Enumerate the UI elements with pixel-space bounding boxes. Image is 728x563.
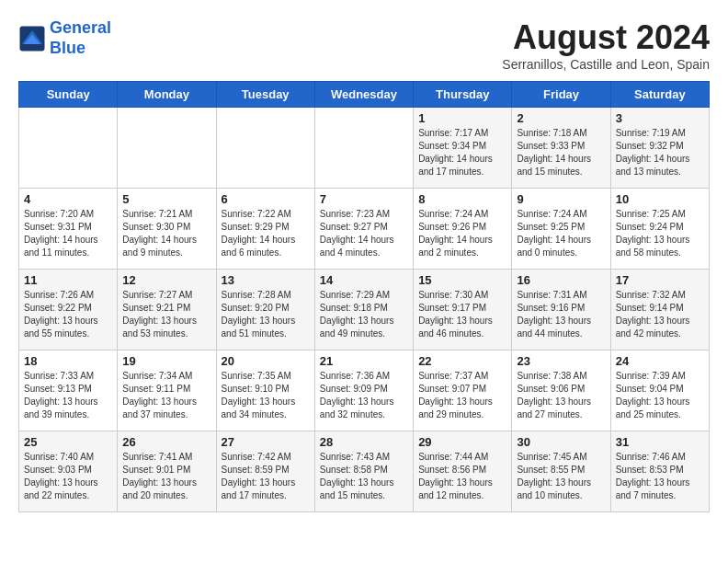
calendar-cell: 25Sunrise: 7:40 AM Sunset: 9:03 PM Dayli… [19, 431, 118, 512]
col-saturday: Saturday [610, 82, 709, 108]
calendar-cell: 11Sunrise: 7:26 AM Sunset: 9:22 PM Dayli… [19, 270, 118, 350]
day-number: 10 [616, 192, 704, 206]
calendar-cell: 6Sunrise: 7:22 AM Sunset: 9:29 PM Daylig… [216, 189, 314, 270]
day-number: 3 [616, 111, 704, 125]
day-info: Sunrise: 7:32 AM Sunset: 9:14 PM Dayligh… [616, 289, 704, 340]
day-number: 25 [24, 435, 112, 449]
calendar-cell: 21Sunrise: 7:36 AM Sunset: 9:09 PM Dayli… [314, 350, 413, 431]
day-info: Sunrise: 7:38 AM Sunset: 9:06 PM Dayligh… [517, 370, 605, 421]
logo-general: General [50, 18, 111, 37]
calendar-cell: 19Sunrise: 7:34 AM Sunset: 9:11 PM Dayli… [118, 350, 216, 431]
calendar-cell: 10Sunrise: 7:25 AM Sunset: 9:24 PM Dayli… [610, 189, 709, 270]
day-number: 5 [122, 192, 210, 206]
calendar-cell [216, 108, 314, 189]
day-number: 8 [418, 192, 506, 206]
day-info: Sunrise: 7:37 AM Sunset: 9:07 PM Dayligh… [418, 370, 506, 421]
day-info: Sunrise: 7:18 AM Sunset: 9:33 PM Dayligh… [517, 127, 605, 178]
col-monday: Monday [118, 82, 216, 108]
day-info: Sunrise: 7:46 AM Sunset: 8:53 PM Dayligh… [616, 451, 704, 502]
day-number: 26 [122, 435, 210, 449]
day-info: Sunrise: 7:20 AM Sunset: 9:31 PM Dayligh… [24, 208, 112, 259]
calendar-cell: 30Sunrise: 7:45 AM Sunset: 8:55 PM Dayli… [512, 431, 610, 512]
logo-text: General Blue [50, 18, 111, 58]
day-info: Sunrise: 7:19 AM Sunset: 9:32 PM Dayligh… [616, 127, 704, 178]
col-friday: Friday [512, 82, 610, 108]
day-info: Sunrise: 7:41 AM Sunset: 9:01 PM Dayligh… [122, 451, 210, 502]
logo: General Blue [18, 18, 111, 58]
calendar-cell [314, 108, 413, 189]
day-number: 4 [24, 192, 112, 206]
calendar-cell: 27Sunrise: 7:42 AM Sunset: 8:59 PM Dayli… [216, 431, 314, 512]
title-block: August 2024 Serranillos, Castille and Le… [502, 18, 710, 72]
col-thursday: Thursday [414, 82, 512, 108]
day-info: Sunrise: 7:40 AM Sunset: 9:03 PM Dayligh… [24, 451, 112, 502]
day-info: Sunrise: 7:44 AM Sunset: 8:56 PM Dayligh… [418, 451, 506, 502]
day-number: 30 [517, 435, 605, 449]
day-info: Sunrise: 7:24 AM Sunset: 9:26 PM Dayligh… [418, 208, 506, 259]
calendar-cell: 24Sunrise: 7:39 AM Sunset: 9:04 PM Dayli… [610, 350, 709, 431]
calendar-cell: 12Sunrise: 7:27 AM Sunset: 9:21 PM Dayli… [118, 270, 216, 350]
day-info: Sunrise: 7:27 AM Sunset: 9:21 PM Dayligh… [122, 289, 210, 340]
day-info: Sunrise: 7:34 AM Sunset: 9:11 PM Dayligh… [122, 370, 210, 421]
calendar-cell: 17Sunrise: 7:32 AM Sunset: 9:14 PM Dayli… [610, 270, 709, 350]
calendar-cell [118, 108, 216, 189]
calendar-cell: 22Sunrise: 7:37 AM Sunset: 9:07 PM Dayli… [414, 350, 512, 431]
col-tuesday: Tuesday [216, 82, 314, 108]
calendar-header: Sunday Monday Tuesday Wednesday Thursday… [19, 82, 710, 108]
location-subtitle: Serranillos, Castille and Leon, Spain [502, 57, 710, 72]
day-info: Sunrise: 7:42 AM Sunset: 8:59 PM Dayligh… [222, 451, 310, 502]
calendar-cell: 31Sunrise: 7:46 AM Sunset: 8:53 PM Dayli… [610, 431, 709, 512]
calendar-week-3: 11Sunrise: 7:26 AM Sunset: 9:22 PM Dayli… [19, 270, 710, 350]
calendar-week-5: 25Sunrise: 7:40 AM Sunset: 9:03 PM Dayli… [19, 431, 710, 512]
day-number: 17 [616, 273, 704, 287]
calendar-cell: 18Sunrise: 7:33 AM Sunset: 9:13 PM Dayli… [19, 350, 118, 431]
logo-blue: Blue [50, 39, 85, 57]
day-number: 21 [320, 354, 408, 368]
calendar-cell: 13Sunrise: 7:28 AM Sunset: 9:20 PM Dayli… [216, 270, 314, 350]
calendar-cell: 14Sunrise: 7:29 AM Sunset: 9:18 PM Dayli… [314, 270, 413, 350]
day-number: 24 [616, 354, 704, 368]
calendar-cell: 26Sunrise: 7:41 AM Sunset: 9:01 PM Dayli… [118, 431, 216, 512]
calendar-cell: 28Sunrise: 7:43 AM Sunset: 8:58 PM Dayli… [314, 431, 413, 512]
calendar-cell: 9Sunrise: 7:24 AM Sunset: 9:25 PM Daylig… [512, 189, 610, 270]
calendar-week-1: 1Sunrise: 7:17 AM Sunset: 9:34 PM Daylig… [19, 108, 710, 189]
calendar-cell: 4Sunrise: 7:20 AM Sunset: 9:31 PM Daylig… [19, 189, 118, 270]
day-number: 2 [517, 111, 605, 125]
day-number: 20 [222, 354, 310, 368]
day-number: 14 [320, 273, 408, 287]
day-info: Sunrise: 7:25 AM Sunset: 9:24 PM Dayligh… [616, 208, 704, 259]
day-info: Sunrise: 7:21 AM Sunset: 9:30 PM Dayligh… [122, 208, 210, 259]
day-info: Sunrise: 7:30 AM Sunset: 9:17 PM Dayligh… [418, 289, 506, 340]
calendar-cell: 7Sunrise: 7:23 AM Sunset: 9:27 PM Daylig… [314, 189, 413, 270]
day-info: Sunrise: 7:28 AM Sunset: 9:20 PM Dayligh… [222, 289, 310, 340]
day-number: 23 [517, 354, 605, 368]
calendar-week-2: 4Sunrise: 7:20 AM Sunset: 9:31 PM Daylig… [19, 189, 710, 270]
page-header: General Blue August 2024 Serranillos, Ca… [18, 18, 710, 72]
calendar-cell: 2Sunrise: 7:18 AM Sunset: 9:33 PM Daylig… [512, 108, 610, 189]
calendar-cell: 23Sunrise: 7:38 AM Sunset: 9:06 PM Dayli… [512, 350, 610, 431]
day-number: 15 [418, 273, 506, 287]
calendar-cell: 1Sunrise: 7:17 AM Sunset: 9:34 PM Daylig… [414, 108, 512, 189]
day-info: Sunrise: 7:23 AM Sunset: 9:27 PM Dayligh… [320, 208, 408, 259]
calendar-body: 1Sunrise: 7:17 AM Sunset: 9:34 PM Daylig… [19, 108, 710, 512]
day-info: Sunrise: 7:43 AM Sunset: 8:58 PM Dayligh… [320, 451, 408, 502]
day-number: 19 [122, 354, 210, 368]
day-number: 22 [418, 354, 506, 368]
calendar-cell: 3Sunrise: 7:19 AM Sunset: 9:32 PM Daylig… [610, 108, 709, 189]
day-info: Sunrise: 7:45 AM Sunset: 8:55 PM Dayligh… [517, 451, 605, 502]
day-number: 9 [517, 192, 605, 206]
calendar-cell: 29Sunrise: 7:44 AM Sunset: 8:56 PM Dayli… [414, 431, 512, 512]
day-info: Sunrise: 7:24 AM Sunset: 9:25 PM Dayligh… [517, 208, 605, 259]
day-info: Sunrise: 7:39 AM Sunset: 9:04 PM Dayligh… [616, 370, 704, 421]
weekday-header-row: Sunday Monday Tuesday Wednesday Thursday… [19, 82, 710, 108]
calendar-cell: 16Sunrise: 7:31 AM Sunset: 9:16 PM Dayli… [512, 270, 610, 350]
day-info: Sunrise: 7:36 AM Sunset: 9:09 PM Dayligh… [320, 370, 408, 421]
day-number: 29 [418, 435, 506, 449]
day-info: Sunrise: 7:35 AM Sunset: 9:10 PM Dayligh… [222, 370, 310, 421]
calendar-cell: 5Sunrise: 7:21 AM Sunset: 9:30 PM Daylig… [118, 189, 216, 270]
day-number: 27 [222, 435, 310, 449]
month-title: August 2024 [502, 18, 710, 57]
day-number: 18 [24, 354, 112, 368]
calendar-week-4: 18Sunrise: 7:33 AM Sunset: 9:13 PM Dayli… [19, 350, 710, 431]
day-info: Sunrise: 7:31 AM Sunset: 9:16 PM Dayligh… [517, 289, 605, 340]
